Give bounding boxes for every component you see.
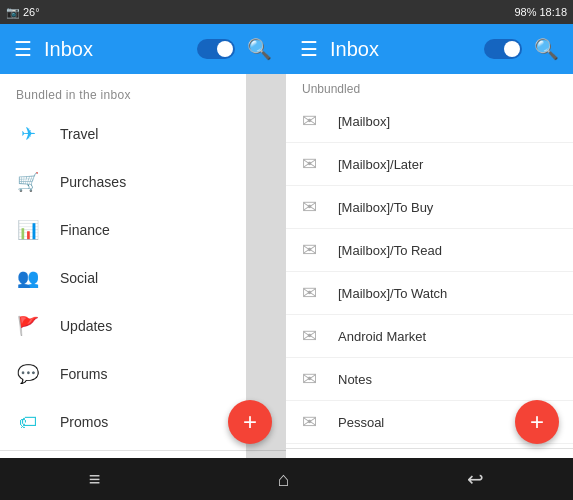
sidebar-item-travel[interactable]: ✈ Travel (0, 110, 286, 158)
left-panel: ☰ Inbox 🔍 Bundled in the inbox ✈ Travel … (0, 24, 286, 458)
clock: 18:18 (539, 6, 567, 18)
inbox-row-mailbox[interactable]: ✉ [Mailbox] (286, 100, 573, 143)
updates-label: Updates (60, 318, 112, 334)
mailbox-tobuy-label: [Mailbox]/To Buy (338, 200, 433, 215)
envelope-icon-8: ✉ (302, 411, 324, 433)
inbox-row-mailbox-tobuy[interactable]: ✉ [Mailbox]/To Buy (286, 186, 573, 229)
inbox-row-notes[interactable]: ✉ Notes (286, 358, 573, 401)
left-title: Inbox (44, 38, 185, 61)
envelope-icon-1: ✉ (302, 110, 324, 132)
bundled-section-label: Bundled in the inbox (0, 74, 286, 110)
right-fab[interactable]: + (515, 400, 559, 444)
left-menu-icon[interactable]: ☰ (14, 37, 32, 61)
inbox-row-mailbox-towatch[interactable]: ✉ [Mailbox]/To Watch (286, 272, 573, 315)
purchases-icon: 🛒 (16, 170, 40, 194)
sidebar-item-purchases[interactable]: 🛒 Purchases (0, 158, 286, 206)
pessoal-label: Pessoal (338, 415, 384, 430)
promos-label: Promos (60, 414, 108, 430)
inbox-row-mailbox-later[interactable]: ✉ [Mailbox]/Later (286, 143, 573, 186)
left-search-icon[interactable]: 🔍 (247, 37, 272, 61)
bottom-nav-menu-icon[interactable]: ≡ (89, 468, 101, 491)
promos-icon: 🏷 (16, 410, 40, 434)
sidebar-item-updates[interactable]: 🚩 Updates (0, 302, 286, 350)
status-bar: 📷 26° 98% 18:18 (0, 0, 573, 24)
right-settings-item[interactable]: ⚙ Settings (286, 453, 573, 458)
unbundled-label: Unbundled (286, 74, 573, 100)
finance-label: Finance (60, 222, 110, 238)
forums-icon: 💬 (16, 362, 40, 386)
envelope-icon-6: ✉ (302, 325, 324, 347)
right-divider (286, 448, 573, 449)
main-area: ☰ Inbox 🔍 Bundled in the inbox ✈ Travel … (0, 24, 573, 458)
right-panel: ☰ Inbox 🔍 Unbundled ✉ [Mailbox] ✉ [Mailb… (286, 24, 573, 458)
sidebar-item-finance[interactable]: 📊 Finance (0, 206, 286, 254)
sidebar-item-settings[interactable]: ⚙ Settings (0, 455, 286, 458)
sidebar-item-social[interactable]: 👥 Social (0, 254, 286, 302)
right-search-icon[interactable]: 🔍 (534, 37, 559, 61)
left-fab[interactable]: + (228, 400, 272, 444)
toggle-switch[interactable] (197, 39, 235, 59)
left-divider (0, 450, 286, 451)
right-title: Inbox (330, 38, 472, 61)
bottom-nav-home-icon[interactable]: ⌂ (278, 468, 290, 491)
social-label: Social (60, 270, 98, 286)
envelope-icon-4: ✉ (302, 239, 324, 261)
finance-icon: 📊 (16, 218, 40, 242)
inbox-row-mailbox-toread[interactable]: ✉ [Mailbox]/To Read (286, 229, 573, 272)
travel-label: Travel (60, 126, 98, 142)
battery-status: 98% (514, 6, 536, 18)
right-app-bar: ☰ Inbox 🔍 (286, 24, 573, 74)
bottom-nav: ≡ ⌂ ↩ (0, 458, 573, 500)
inbox-row-android-market[interactable]: ✉ Android Market (286, 315, 573, 358)
sidebar-item-forums[interactable]: 💬 Forums (0, 350, 286, 398)
mailbox-later-label: [Mailbox]/Later (338, 157, 423, 172)
envelope-icon-3: ✉ (302, 196, 324, 218)
social-icon: 👥 (16, 266, 40, 290)
right-toggle-switch[interactable] (484, 39, 522, 59)
status-right: 98% 18:18 (514, 6, 567, 18)
notification-icon: 📷 (6, 6, 20, 19)
mailbox-toread-label: [Mailbox]/To Read (338, 243, 442, 258)
bottom-nav-back-icon[interactable]: ↩ (467, 467, 484, 491)
purchases-label: Purchases (60, 174, 126, 190)
left-app-bar: ☰ Inbox 🔍 (0, 24, 286, 74)
updates-icon: 🚩 (16, 314, 40, 338)
status-left: 📷 26° (6, 6, 40, 19)
right-menu-icon[interactable]: ☰ (300, 37, 318, 61)
notes-label: Notes (338, 372, 372, 387)
mailbox-label: [Mailbox] (338, 114, 390, 129)
forums-label: Forums (60, 366, 107, 382)
travel-icon: ✈ (16, 122, 40, 146)
envelope-icon-2: ✉ (302, 153, 324, 175)
android-market-label: Android Market (338, 329, 426, 344)
envelope-icon-7: ✉ (302, 368, 324, 390)
temperature: 26° (23, 6, 40, 18)
envelope-icon-5: ✉ (302, 282, 324, 304)
mailbox-towatch-label: [Mailbox]/To Watch (338, 286, 447, 301)
